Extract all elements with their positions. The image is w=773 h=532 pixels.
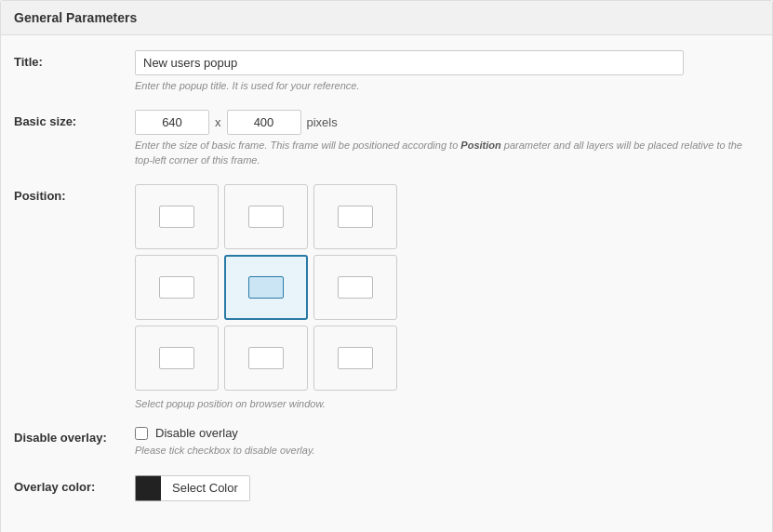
disable-overlay-label: Disable overlay: — [14, 426, 135, 445]
size-unit: pixels — [307, 115, 338, 129]
position-cell-0-inner — [159, 206, 194, 228]
general-parameters-panel: General Parameters Title: Enter the popu… — [0, 0, 773, 532]
disable-overlay-content: Disable overlay Please tick checkbox to … — [135, 426, 759, 458]
size-separator: x — [215, 115, 221, 129]
title-hint: Enter the popup title. It is used for yo… — [135, 79, 759, 93]
panel-title: General Parameters — [1, 1, 772, 35]
position-cell-1-inner — [248, 206, 284, 228]
position-cell-7[interactable] — [224, 326, 308, 391]
position-cell-7-inner — [248, 347, 284, 369]
position-cell-0[interactable] — [135, 184, 219, 249]
position-cell-8-inner — [338, 347, 373, 369]
position-cell-4[interactable] — [224, 255, 308, 320]
basic-size-hint: Enter the size of basic frame. This fram… — [135, 139, 759, 167]
disable-overlay-row: Disable overlay: Disable overlay Please … — [14, 426, 759, 458]
position-row: Position: — [14, 184, 759, 409]
overlay-color-label: Overlay color: — [14, 475, 135, 494]
title-label: Title: — [14, 50, 135, 69]
overlay-color-row: Overlay color: Select Color — [14, 475, 759, 501]
position-cell-2-inner — [338, 206, 373, 228]
disable-overlay-checkbox-label[interactable]: Disable overlay — [155, 426, 238, 440]
position-content: Select popup position on browser window. — [135, 184, 759, 409]
color-swatch[interactable] — [135, 475, 161, 501]
position-cell-6-inner — [159, 347, 194, 369]
position-cell-5-inner — [338, 276, 373, 299]
position-cell-6[interactable] — [135, 326, 219, 391]
position-cell-3[interactable] — [135, 255, 219, 320]
position-cell-5[interactable] — [313, 255, 397, 320]
basic-size-row: Basic size: x pixels Enter the size of b… — [14, 110, 759, 167]
position-hint: Select popup position on browser window. — [135, 398, 759, 409]
position-cell-8[interactable] — [313, 326, 397, 391]
disable-overlay-checkbox[interactable] — [135, 427, 148, 440]
title-content: Enter the popup title. It is used for yo… — [135, 50, 759, 93]
position-cell-2[interactable] — [313, 184, 397, 249]
height-input[interactable] — [227, 110, 301, 135]
disable-overlay-hint: Please tick checkbox to disable overlay. — [135, 444, 759, 458]
position-label: Position: — [14, 184, 135, 203]
disable-overlay-checkbox-row: Disable overlay — [135, 426, 759, 440]
select-color-button[interactable]: Select Color — [161, 475, 250, 501]
basic-size-content: x pixels Enter the size of basic frame. … — [135, 110, 759, 167]
position-grid — [135, 184, 759, 391]
basic-size-label: Basic size: — [14, 110, 135, 128]
position-cell-4-inner — [248, 276, 284, 299]
position-cell-3-inner — [159, 276, 194, 299]
title-input[interactable] — [135, 50, 684, 75]
title-row: Title: Enter the popup title. It is used… — [14, 50, 759, 93]
width-input[interactable] — [135, 110, 209, 135]
position-cell-1[interactable] — [224, 184, 308, 249]
overlay-color-content: Select Color — [135, 475, 759, 501]
color-picker-wrap: Select Color — [135, 475, 759, 501]
size-inputs: x pixels — [135, 110, 759, 135]
